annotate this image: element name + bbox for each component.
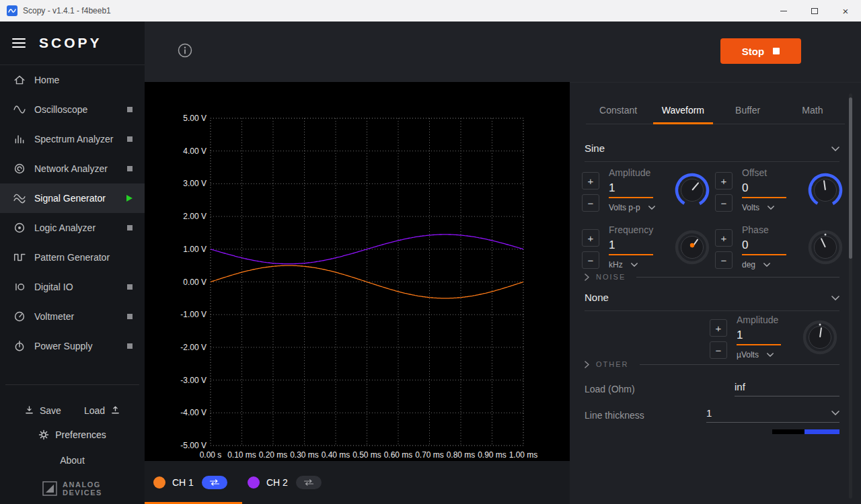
x-axis-tick: 0.90 ms: [478, 450, 507, 460]
channel-bar: CH 1 CH 2: [145, 461, 570, 504]
offset-value-input[interactable]: 0: [742, 181, 786, 198]
other-section-header[interactable]: OTHER: [585, 360, 839, 368]
x-axis-tick: 0.10 ms: [227, 450, 256, 460]
sidebar-item-voltmeter[interactable]: Voltmeter: [0, 302, 145, 331]
sidebar-item-logic-analyzer[interactable]: Logic Analyzer: [0, 213, 145, 243]
sidebar-item-power-supply[interactable]: Power Supply: [0, 331, 145, 361]
panel-scrollbar[interactable]: [849, 93, 852, 499]
noise-amplitude-decrement-button[interactable]: −: [710, 341, 727, 359]
oscilloscope-icon: [13, 103, 26, 116]
noise-amplitude-increment-button[interactable]: +: [710, 319, 727, 337]
instrument-toolbar: Stop: [145, 22, 861, 82]
noise-amplitude-unit-select[interactable]: µVolts: [737, 350, 797, 360]
stop-square-icon[interactable]: [127, 136, 133, 142]
phase-knob[interactable]: [808, 230, 843, 265]
x-axis-tick: 0.80 ms: [447, 450, 476, 460]
phase-decrement-button[interactable]: −: [715, 251, 733, 269]
tab-buffer[interactable]: Buffer: [716, 96, 780, 124]
section-divider: [640, 364, 840, 365]
y-axis-tick: -2.00 V: [180, 343, 207, 352]
maximize-icon: [811, 8, 818, 14]
frequency-unit-value: kHz: [609, 260, 623, 269]
load-input[interactable]: inf: [735, 381, 839, 396]
chevron-right-icon: [585, 274, 589, 281]
frequency-unit-select[interactable]: kHz: [609, 260, 669, 269]
sidebar-item-label: Signal Generator: [34, 193, 106, 204]
sidebar: SCOPY Home Oscilloscope Spectrum Analyze…: [0, 22, 145, 504]
adi-brand-text: ANALOGDEVICES: [63, 480, 102, 497]
hamburger-icon[interactable]: [12, 38, 26, 48]
chevron-down-icon: [648, 206, 655, 210]
tab-waveform[interactable]: Waveform: [650, 96, 715, 124]
line-thickness-select[interactable]: 1: [706, 407, 839, 423]
stop-square-icon[interactable]: [127, 225, 133, 230]
offset-decrement-button[interactable]: −: [715, 194, 733, 212]
stop-square-icon[interactable]: [127, 284, 133, 290]
noise-section-header[interactable]: NOISE: [585, 273, 839, 281]
x-axis-tick: 0.40 ms: [322, 450, 350, 460]
offset-knob[interactable]: [808, 173, 843, 208]
frequency-control: + − Frequency 1 kHz: [582, 224, 710, 269]
sidebar-item-oscilloscope[interactable]: Oscilloscope: [0, 95, 145, 124]
frequency-knob[interactable]: [675, 230, 710, 265]
chevron-down-icon: [763, 263, 770, 267]
amplitude-knob[interactable]: [675, 173, 710, 208]
offset-increment-button[interactable]: +: [715, 172, 733, 190]
close-button[interactable]: ×: [830, 0, 861, 22]
offset-unit-select[interactable]: Volts: [742, 203, 802, 212]
titlebar: Scopy - v1.4.1 - f4beeb1 ×: [0, 0, 861, 22]
amplitude-decrement-button[interactable]: −: [582, 194, 599, 212]
stop-square-icon[interactable]: [127, 343, 133, 349]
run-stop-button[interactable]: Stop: [720, 38, 801, 64]
about-button[interactable]: About: [0, 455, 145, 466]
sidebar-item-network-analyzer[interactable]: Network Analyzer: [0, 154, 145, 183]
phase-value-input[interactable]: 0: [742, 239, 786, 255]
play-icon[interactable]: [126, 195, 133, 202]
channel-1-enable-toggle[interactable]: [202, 476, 227, 489]
maximize-button[interactable]: [799, 0, 830, 22]
amplitude-value-input[interactable]: 1: [609, 181, 653, 198]
chevron-right-icon: [585, 361, 589, 368]
channel-2-enable-toggle[interactable]: [296, 476, 322, 489]
noise-amplitude-value-input[interactable]: 1: [737, 329, 781, 345]
close-icon: ×: [843, 5, 849, 17]
load-button[interactable]: Load: [84, 405, 120, 416]
load-icon: [110, 405, 120, 415]
frequency-increment-button[interactable]: +: [582, 229, 599, 247]
phase-increment-button[interactable]: +: [715, 229, 733, 247]
sidebar-item-digital-io[interactable]: Digital IO: [0, 272, 145, 302]
phase-unit-select[interactable]: deg: [742, 260, 802, 269]
frequency-label: Frequency: [609, 224, 669, 235]
waveform-type-select[interactable]: Sine: [585, 143, 839, 162]
channel-1-color-dot: [153, 476, 165, 489]
channel-2-tab[interactable]: CH 2: [248, 476, 322, 489]
amplitude-control: + − Amplitude 1 Volts p-p: [582, 167, 710, 212]
sidebar-item-signal-generator[interactable]: Signal Generator: [0, 183, 145, 213]
panel-scrollbar-thumb[interactable]: [849, 97, 852, 259]
stop-square-icon[interactable]: [127, 107, 133, 112]
stop-square-icon[interactable]: [127, 314, 133, 319]
sidebar-item-home[interactable]: Home: [0, 65, 145, 95]
frequency-decrement-button[interactable]: −: [582, 251, 599, 269]
save-button[interactable]: Save: [24, 405, 61, 416]
amplitude-unit-select[interactable]: Volts p-p: [609, 203, 669, 212]
tab-math[interactable]: Math: [780, 96, 845, 124]
sidebar-item-pattern-generator[interactable]: Pattern Generator: [0, 243, 145, 272]
channel-1-tab[interactable]: CH 1: [153, 476, 227, 489]
amplitude-label: Amplitude: [609, 167, 669, 178]
waveform-plot[interactable]: 5.00 V4.00 V3.00 V2.00 V1.00 V0.00 V-1.0…: [145, 82, 570, 461]
noise-type-value: None: [585, 292, 609, 303]
sidebar-item-label: Home: [34, 75, 59, 85]
swap-icon: [209, 479, 220, 486]
preferences-button[interactable]: Preferences: [0, 429, 145, 440]
info-icon: [178, 43, 192, 58]
minimize-button[interactable]: [768, 0, 799, 22]
stop-square-icon[interactable]: [127, 166, 133, 171]
info-button[interactable]: [177, 43, 193, 59]
tab-constant[interactable]: Constant: [586, 96, 650, 124]
sidebar-item-spectrum-analyzer[interactable]: Spectrum Analyzer: [0, 124, 145, 154]
noise-type-select[interactable]: None: [585, 292, 839, 311]
noise-amplitude-knob[interactable]: [802, 320, 837, 355]
amplitude-increment-button[interactable]: +: [582, 172, 599, 190]
frequency-value-input[interactable]: 1: [609, 239, 653, 255]
